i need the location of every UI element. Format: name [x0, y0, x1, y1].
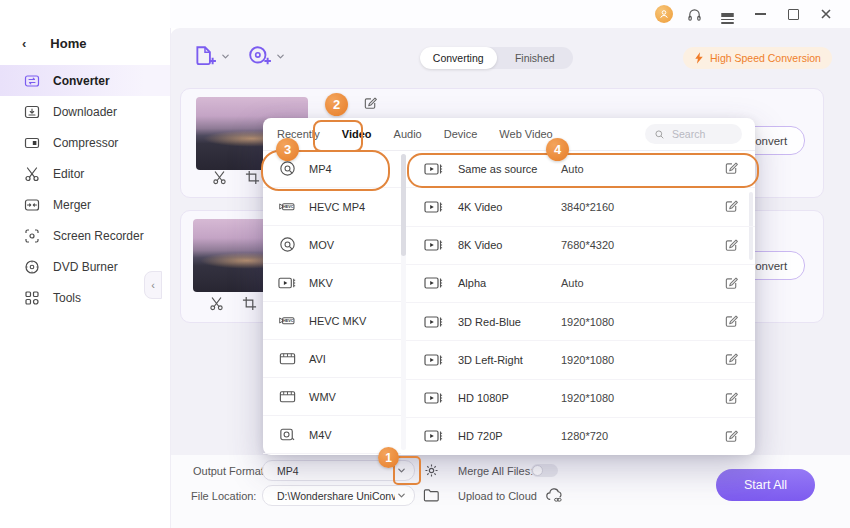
- trim-icon[interactable]: [209, 296, 224, 311]
- format-item-hevc-mp4[interactable]: HEVC MP4: [263, 188, 401, 226]
- resolution-value: Auto: [561, 277, 584, 289]
- edit-icon[interactable]: [724, 352, 739, 367]
- tab-video[interactable]: Video: [331, 128, 383, 140]
- format-label: M4V: [309, 429, 332, 441]
- output-format-label: Output Format:: [193, 465, 267, 477]
- titlebar: [170, 0, 850, 28]
- sidebar-item-converter[interactable]: Converter: [0, 65, 170, 96]
- resolution-item-hd-720p[interactable]: HD 720P 1280*720: [406, 418, 755, 455]
- resolution-label: 3D Left-Right: [458, 354, 523, 366]
- format-item-m4v[interactable]: M4V: [263, 416, 401, 454]
- resolution-item-hd-1080p[interactable]: HD 1080P 1920*1080: [406, 380, 755, 418]
- resolution-label: Same as source: [458, 163, 537, 175]
- sidebar-collapse-handle[interactable]: ‹: [144, 271, 162, 299]
- sidebar-item-screen-recorder[interactable]: Screen Recorder: [0, 220, 170, 251]
- merge-toggle[interactable]: [531, 464, 558, 477]
- video-frame-icon: [424, 199, 444, 215]
- crop-icon[interactable]: [242, 296, 257, 311]
- tab-device[interactable]: Device: [433, 128, 489, 140]
- merge-all-files-label: Merge All Files:: [458, 465, 533, 477]
- lightning-icon: [694, 51, 704, 65]
- format-item-mov[interactable]: MOV: [263, 226, 401, 264]
- resolution-item-alpha[interactable]: Alpha Auto: [406, 265, 755, 303]
- edit-icon[interactable]: [724, 161, 739, 176]
- add-files-button[interactable]: [193, 45, 230, 67]
- converter-icon: [24, 73, 40, 89]
- upload-to-cloud-label[interactable]: Upload to Cloud: [458, 490, 537, 502]
- format-label: HEVC MKV: [309, 315, 366, 327]
- resolution-item-8k[interactable]: 8K Video 7680*4320: [406, 227, 755, 265]
- tab-converting[interactable]: Converting: [420, 47, 497, 69]
- resolution-item-3d-red-blue[interactable]: 3D Red-Blue 1920*1080: [406, 303, 755, 341]
- resolution-item-3d-left-right[interactable]: 3D Left-Right 1920*1080: [406, 341, 755, 379]
- sidebar-item-label: Screen Recorder: [53, 229, 144, 243]
- uniconverter-window: ‹ Home Converter Downloader Compressor E…: [0, 0, 850, 528]
- start-all-button[interactable]: Start All: [716, 469, 815, 501]
- resolution-item-same-as-source[interactable]: Same as source Auto: [406, 150, 755, 188]
- edit-icon[interactable]: [724, 391, 739, 406]
- headset-icon: [687, 7, 702, 22]
- edit-icon[interactable]: [724, 238, 739, 253]
- trim-icon[interactable]: [212, 170, 227, 185]
- file-location-dropdown[interactable]: D:\Wondershare UniConverter 1: [262, 485, 415, 506]
- tab-finished[interactable]: Finished: [497, 47, 574, 69]
- support-button[interactable]: [682, 3, 706, 25]
- home-nav[interactable]: ‹ Home: [0, 0, 170, 65]
- tab-recently[interactable]: Recently: [266, 128, 331, 140]
- cloud-icon[interactable]: [545, 487, 564, 504]
- format-item-mkv[interactable]: MKV: [263, 264, 401, 302]
- rename-icon[interactable]: [363, 96, 378, 111]
- scrollbar-thumb[interactable]: [401, 154, 406, 256]
- preference-gear-icon[interactable]: [423, 462, 440, 479]
- chevron-down-icon[interactable]: [397, 491, 406, 500]
- hevc-format-icon: [278, 197, 297, 216]
- sidebar-item-merger[interactable]: Merger: [0, 189, 170, 220]
- account-avatar[interactable]: [655, 5, 673, 23]
- resolution-list: Same as source Auto 4K Video 3840*2160 8…: [406, 150, 755, 455]
- chevron-down-icon[interactable]: [397, 466, 406, 475]
- folder-icon[interactable]: [423, 487, 440, 503]
- format-label: AVI: [309, 353, 326, 365]
- back-chevron-icon: ‹: [22, 36, 26, 51]
- chevron-down-icon: [276, 52, 285, 61]
- maximize-icon: [788, 9, 799, 20]
- edit-icon[interactable]: [724, 429, 739, 444]
- annotation-step-1-badge: 1: [378, 447, 399, 468]
- minimize-button[interactable]: [748, 3, 772, 25]
- resolution-label: 8K Video: [458, 239, 502, 251]
- format-item-avi[interactable]: AVI: [263, 340, 401, 378]
- search-icon: [654, 129, 665, 140]
- format-label: MKV: [309, 277, 333, 289]
- film-format-icon: [278, 349, 297, 368]
- tab-audio[interactable]: Audio: [383, 128, 433, 140]
- crop-icon[interactable]: [245, 170, 260, 185]
- add-dvd-button[interactable]: [248, 45, 285, 67]
- format-item-wmv[interactable]: WMV: [263, 378, 401, 416]
- dvd-burner-icon: [24, 259, 40, 275]
- sidebar-item-label: Tools: [53, 291, 81, 305]
- close-button[interactable]: [814, 3, 838, 25]
- sidebar-item-editor[interactable]: Editor: [0, 158, 170, 189]
- high-speed-conversion-button[interactable]: High Speed Conversion: [683, 47, 832, 69]
- maximize-button[interactable]: [781, 3, 805, 25]
- format-search-box[interactable]: [645, 124, 742, 144]
- sidebar-item-downloader[interactable]: Downloader: [0, 96, 170, 127]
- search-input[interactable]: [670, 127, 736, 141]
- sidebar-item-compressor[interactable]: Compressor: [0, 127, 170, 158]
- disc-format-icon: [278, 235, 297, 254]
- sidebar-item-label: Editor: [53, 167, 84, 181]
- video-frame-icon: [424, 352, 444, 368]
- edit-icon[interactable]: [724, 276, 739, 291]
- edit-icon[interactable]: [724, 314, 739, 329]
- home-label: Home: [50, 36, 86, 51]
- format-label: HEVC MP4: [309, 201, 365, 213]
- collapse-chevron-icon: ‹: [151, 279, 155, 291]
- menu-button[interactable]: [715, 3, 739, 25]
- resolution-value: 1920*1080: [561, 316, 614, 328]
- edit-icon[interactable]: [724, 199, 739, 214]
- format-item-hevc-mkv[interactable]: HEVC MKV: [263, 302, 401, 340]
- resolution-item-4k[interactable]: 4K Video 3840*2160: [406, 188, 755, 226]
- editor-scissors-icon: [24, 166, 40, 182]
- minimize-icon: [755, 13, 766, 15]
- video-frame-icon: [424, 314, 444, 330]
